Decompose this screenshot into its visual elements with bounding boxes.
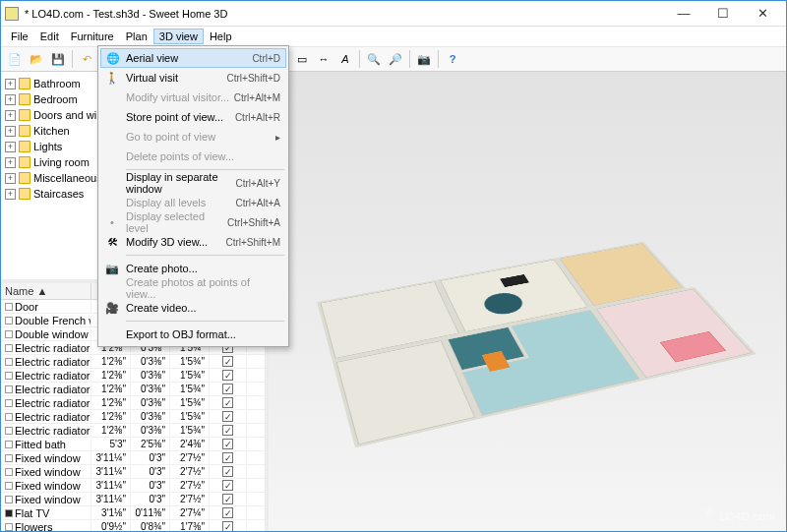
table-row[interactable]: Fitted bath5'3"2'5⅜"2'4⅜"✓ [1, 438, 265, 451]
table-row[interactable]: Electric radiator1'2⅜"0'3⅜"1'5¾"✓ [1, 396, 265, 410]
zoom-out-button[interactable]: 🔎 [386, 49, 405, 69]
menu-item-virtual-visit[interactable]: 🚶Virtual visitCtrl+Shift+D [100, 68, 286, 88]
expand-icon[interactable]: + [5, 142, 16, 152]
checkbox-icon[interactable]: ✓ [222, 411, 233, 422]
checkbox-icon[interactable]: ✓ [222, 439, 233, 449]
checkbox-icon[interactable]: ✓ [222, 370, 233, 381]
table-row[interactable]: Electric radiator1'2⅜"0'3⅜"1'5¾"✓ [1, 383, 265, 396]
zoom-in-button[interactable]: 🔍 [364, 49, 384, 69]
menu-item-display-selected-level: •Display selected levelCtrl+Shift+A [100, 212, 286, 232]
app-window: * LO4D.com - Test.sh3d - Sweet Home 3D —… [0, 0, 787, 532]
table-row[interactable]: Electric radiator1'2⅜"0'3⅜"1'5¾"✓ [1, 369, 265, 383]
cell-width: 5'3" [91, 439, 131, 449]
cell-visible[interactable]: ✓ [210, 425, 247, 437]
expand-icon[interactable]: + [5, 110, 16, 121]
toolbar-separator [438, 50, 439, 68]
table-row[interactable]: Fixed window3'11¼"0'3"2'7½"✓ [1, 451, 265, 465]
cell-height: 2'7½" [170, 466, 210, 477]
cell-width: 1'2⅜" [91, 384, 131, 394]
cell-visible[interactable]: ✓ [210, 397, 247, 409]
menu-item-create-video[interactable]: 🎥Create video... [100, 298, 286, 318]
save-button[interactable]: 💾 [48, 49, 68, 69]
cell-visible[interactable]: ✓ [210, 494, 247, 505]
minimize-button[interactable]: — [664, 2, 703, 26]
menu-item-display-in-separate-window[interactable]: Display in separate windowCtrl+Alt+Y [100, 173, 286, 193]
cell-visible[interactable]: ✓ [210, 521, 247, 531]
table-row[interactable]: Fixed window3'11¼"0'3"2'7½"✓ [1, 479, 265, 493]
cell-visible[interactable]: ✓ [210, 384, 247, 395]
table-row[interactable]: Fixed window3'11¼"0'3"2'7½"✓ [1, 465, 265, 479]
cell-name: Electric radiator [1, 342, 91, 354]
help-button[interactable]: ? [443, 49, 462, 69]
catalog-label: Bedroom [33, 93, 78, 105]
table-row[interactable]: Flat TV3'1⅛"0'11⅜"2'7¼"✓ [1, 506, 265, 520]
cell-width: 3'11¼" [91, 452, 131, 463]
3d-viewport[interactable] [269, 72, 786, 531]
menu-item-export-to-obj-format[interactable]: Export to OBJ format... [100, 325, 286, 344]
checkbox-icon[interactable]: ✓ [222, 425, 233, 436]
cell-visible[interactable]: ✓ [210, 439, 247, 450]
cell-visible[interactable]: ✓ [210, 370, 247, 382]
menu-item-label: Modify virtual visitor... [126, 91, 229, 103]
cell-height: 1'5¾" [170, 425, 210, 436]
text-tool[interactable]: A [335, 49, 355, 69]
menu-3d-view[interactable]: 3D view [153, 29, 204, 44]
expand-icon[interactable]: + [5, 126, 16, 137]
open-button[interactable]: 📂 [27, 49, 46, 69]
dimension-tool[interactable]: ↔ [314, 49, 333, 69]
cell-visible[interactable]: ✓ [210, 411, 247, 423]
close-button[interactable]: ✕ [743, 2, 782, 26]
table-row[interactable]: Electric radiator1'2⅜"0'3⅜"1'5¾"✓ [1, 355, 265, 369]
cell-visible[interactable]: ✓ [210, 452, 247, 464]
menu-item-display-all-levels: Display all levelsCtrl+Alt+A [100, 193, 286, 212]
col-header-name[interactable]: Name ▲ [1, 283, 91, 299]
expand-icon[interactable]: + [5, 79, 16, 89]
checkbox-icon[interactable]: ✓ [222, 494, 233, 504]
color-swatch [5, 372, 13, 380]
menu-item-label: Go to point of view [126, 131, 215, 143]
table-row[interactable]: Electric radiator1'2⅜"0'3⅜"1'5¾"✓ [1, 410, 265, 424]
menu-item-modify-3d-view[interactable]: 🛠Modify 3D view...Ctrl+Shift+M [100, 232, 286, 252]
new-button[interactable]: 📄 [5, 49, 25, 69]
undo-button[interactable]: ↶ [77, 49, 96, 69]
checkbox-icon[interactable]: ✓ [222, 480, 233, 491]
3d-view-menu-dropdown: 🌐Aerial viewCtrl+D🚶Virtual visitCtrl+Shi… [97, 45, 289, 347]
color-swatch [5, 303, 13, 311]
cell-height: 2'7½" [170, 480, 210, 491]
checkbox-icon[interactable]: ✓ [222, 452, 233, 463]
table-row[interactable]: Electric radiator1'2⅜"0'3⅜"1'5¾"✓ [1, 424, 265, 438]
expand-icon[interactable]: + [5, 94, 16, 105]
menu-item-store-point-of-view[interactable]: Store point of view...Ctrl+Alt+R [100, 107, 286, 127]
menu-help[interactable]: Help [204, 29, 238, 44]
cell-name: Electric radiator [1, 411, 91, 423]
table-row[interactable]: Fixed window3'11¼"0'3"2'7½"✓ [1, 493, 265, 506]
sort-asc-icon: ▲ [36, 285, 47, 297]
menu-item-create-photo[interactable]: 📷Create photo... [100, 259, 286, 278]
menu-edit[interactable]: Edit [34, 29, 65, 44]
person-icon: 🚶 [104, 70, 120, 86]
photo-button[interactable]: 📷 [414, 49, 434, 69]
cell-visible[interactable]: ✓ [210, 466, 247, 478]
checkbox-icon[interactable]: ✓ [222, 521, 233, 531]
expand-icon[interactable]: + [5, 189, 16, 200]
room-tool[interactable]: ▭ [292, 49, 312, 69]
menu-file[interactable]: File [5, 29, 34, 44]
menu-furniture[interactable]: Furniture [65, 29, 120, 44]
checkbox-icon[interactable]: ✓ [222, 356, 233, 367]
expand-icon[interactable]: + [5, 173, 16, 184]
cell-visible[interactable]: ✓ [210, 507, 247, 519]
checkbox-icon[interactable]: ✓ [222, 397, 233, 408]
expand-icon[interactable]: + [5, 157, 16, 168]
menu-plan[interactable]: Plan [120, 29, 153, 44]
menu-shortcut: Ctrl+Shift+M [225, 237, 280, 248]
checkbox-icon[interactable]: ✓ [222, 507, 233, 518]
maximize-button[interactable]: ☐ [703, 2, 743, 26]
color-swatch [5, 317, 13, 325]
menu-item-aerial-view[interactable]: 🌐Aerial viewCtrl+D [100, 48, 286, 68]
table-row[interactable]: Flowers0'9½"0'8¾"1'7⅜"✓ [1, 520, 265, 531]
checkbox-icon[interactable]: ✓ [222, 384, 233, 394]
checkbox-icon[interactable]: ✓ [222, 466, 233, 477]
folder-icon [19, 78, 30, 89]
cell-visible[interactable]: ✓ [210, 356, 247, 368]
cell-visible[interactable]: ✓ [210, 480, 247, 492]
